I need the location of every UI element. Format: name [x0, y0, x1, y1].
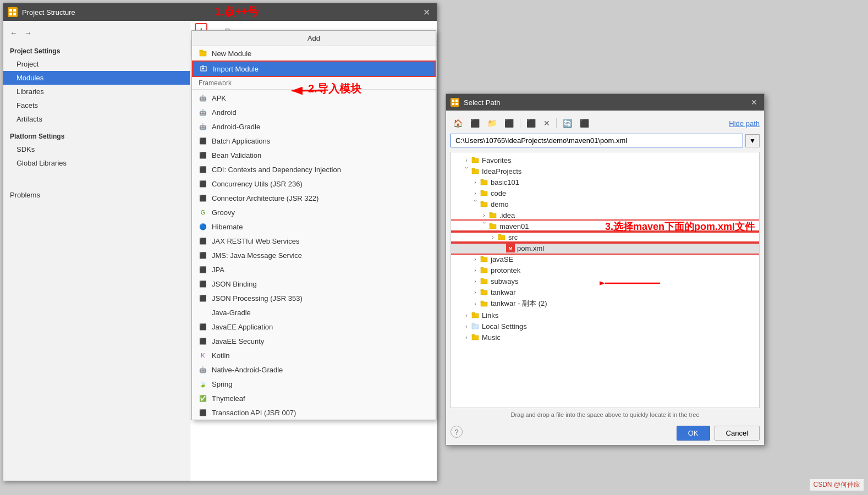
- new-folder-button[interactable]: 📁: [485, 117, 499, 129]
- path-dropdown-button[interactable]: ▼: [745, 134, 760, 147]
- desktop-button[interactable]: ⬛: [468, 117, 482, 129]
- nav-back-button[interactable]: ←: [8, 28, 20, 38]
- framework-cdi-item[interactable]: ⬛ CDI: Contexts and Dependency Injection: [192, 162, 436, 177]
- folder-links-icon: [471, 311, 480, 320]
- new-module-menu-item[interactable]: New Module: [192, 46, 436, 61]
- folder-local-settings-icon: [471, 322, 480, 331]
- json-binding-label: JSON Binding: [212, 280, 257, 288]
- sidebar-item-global-libraries[interactable]: Global Libraries: [3, 156, 190, 170]
- expand-tankwar-copy-icon[interactable]: ›: [471, 301, 480, 307]
- tree-item-music[interactable]: › Music: [451, 332, 759, 343]
- framework-android-gradle-item[interactable]: 🤖 Android-Gradle: [192, 119, 436, 134]
- cdi-label: CDI: Contexts and Dependency Injection: [212, 166, 341, 174]
- path-input[interactable]: [451, 134, 743, 147]
- framework-json-processing-item[interactable]: ⬛ JSON Processing (JSR 353): [192, 291, 436, 305]
- sidebar: ← → Project Settings Project Modules Lib…: [3, 21, 190, 481]
- tree-item-idea[interactable]: › .idea: [451, 210, 759, 221]
- code-label: code: [491, 189, 506, 197]
- tankwar-label: tankwar: [491, 288, 516, 296]
- framework-spring-item[interactable]: 🍃 Spring: [192, 377, 436, 391]
- ok-button[interactable]: OK: [677, 426, 710, 441]
- framework-javaee-security-item[interactable]: ⬛ JavaEE Security: [192, 334, 436, 348]
- dialog-close-button[interactable]: ✕: [749, 98, 760, 107]
- expand-javase-icon[interactable]: ›: [471, 256, 480, 262]
- svg-rect-37: [481, 289, 484, 291]
- basic101-label: basic101: [491, 178, 519, 186]
- framework-bean-item[interactable]: ⬛ Bean Validation: [192, 148, 436, 162]
- collapse-all-button[interactable]: ⬛: [524, 117, 539, 129]
- framework-jms-item[interactable]: ⬛ JMS: Java Message Service: [192, 248, 436, 262]
- sidebar-item-modules[interactable]: Modules: [3, 71, 190, 85]
- javase-label: javaSE: [491, 255, 513, 263]
- framework-batch-item[interactable]: ⬛ Batch Applications: [192, 134, 436, 148]
- tree-item-basic101[interactable]: › basic101: [451, 177, 759, 188]
- expand-src-icon[interactable]: ›: [488, 234, 497, 240]
- favorites-label: Favorites: [482, 156, 511, 164]
- show-hidden-button[interactable]: ⬛: [577, 117, 592, 129]
- sidebar-item-sdks[interactable]: SDKs: [3, 142, 190, 156]
- tree-item-favorites[interactable]: › Favorites: [451, 155, 759, 166]
- folder-favorites-icon: [471, 156, 480, 164]
- tree-item-code[interactable]: › code: [451, 188, 759, 199]
- framework-concurrency-item[interactable]: ⬛ Concurrency Utils (JSR 236): [192, 177, 436, 191]
- expand-maven01-icon[interactable]: ›: [481, 222, 487, 230]
- framework-java-gradle-item[interactable]: Java-Gradle: [192, 305, 436, 320]
- expand-local-settings-icon[interactable]: ›: [462, 323, 471, 329]
- expand-code-icon[interactable]: ›: [471, 190, 480, 196]
- framework-kotlin-item[interactable]: K Kotlin: [192, 348, 436, 362]
- refresh-button[interactable]: 🔄: [560, 117, 575, 129]
- sidebar-item-project[interactable]: Project: [3, 57, 190, 71]
- sidebar-item-libraries[interactable]: Libraries: [3, 85, 190, 98]
- dialog-icon: [451, 98, 459, 107]
- framework-transaction-item[interactable]: ⬛ Transaction API (JSR 007): [192, 405, 436, 420]
- delete-button[interactable]: ✕: [541, 117, 553, 129]
- dialog-toolbar: 🏠 ⬛ 📁 ⬛ ⬛ ✕ 🔄 ⬛ Hide path: [451, 115, 760, 134]
- transaction-label: Transaction API (JSR 007): [212, 409, 296, 417]
- apk-label: APK: [212, 94, 226, 102]
- tree-item-tankwar-copy[interactable]: › tankwar - 副本 (2): [451, 298, 759, 310]
- toolbar-separator-2: [556, 118, 557, 128]
- hide-path-button[interactable]: Hide path: [729, 119, 760, 128]
- spring-icon: 🍃: [199, 380, 207, 388]
- import-module-menu-item[interactable]: Import Module: [192, 61, 436, 77]
- framework-jpa-item[interactable]: ⬛ JPA: [192, 262, 436, 277]
- home-button[interactable]: 🏠: [451, 117, 465, 129]
- cancel-button[interactable]: Cancel: [715, 426, 760, 441]
- nav-forward-button[interactable]: →: [22, 28, 34, 38]
- sidebar-item-problems[interactable]: Problems: [3, 186, 190, 204]
- sidebar-item-facets[interactable]: Facets: [3, 98, 190, 112]
- framework-hibernate-item[interactable]: 🔵 Hibernate: [192, 219, 436, 234]
- expand-idea-icon[interactable]: ›: [480, 212, 488, 218]
- framework-native-android-item[interactable]: 🤖 Native-Android-Gradle: [192, 362, 436, 377]
- window-close-button[interactable]: ✕: [421, 7, 432, 18]
- expand-tankwar-icon[interactable]: ›: [471, 289, 480, 295]
- expand-button[interactable]: ⬛: [502, 117, 517, 129]
- tree-item-src[interactable]: › src: [451, 232, 759, 243]
- expand-links-icon[interactable]: ›: [462, 312, 471, 318]
- tree-item-links[interactable]: › Links: [451, 310, 759, 321]
- tree-item-demo[interactable]: › demo: [451, 199, 759, 210]
- framework-json-binding-item[interactable]: ⬛ JSON Binding: [192, 277, 436, 291]
- expand-ideaprojects-icon[interactable]: ›: [464, 167, 470, 175]
- tree-item-pom-xml[interactable]: M pom.xml: [451, 243, 759, 254]
- toolbar-separator-1: [520, 118, 520, 128]
- expand-demo-icon[interactable]: ›: [473, 200, 479, 208]
- expand-basic101-icon[interactable]: ›: [471, 179, 480, 185]
- expand-music-icon[interactable]: ›: [462, 334, 471, 340]
- thymeleaf-label: Thymeleaf: [212, 394, 245, 403]
- framework-thymeleaf-item[interactable]: ✅ Thymeleaf: [192, 391, 436, 405]
- framework-connector-item[interactable]: ⬛ Connector Architecture (JSR 322): [192, 191, 436, 205]
- src-label: src: [508, 233, 518, 241]
- expand-subways-icon[interactable]: ›: [471, 278, 480, 284]
- expand-favorites-icon[interactable]: ›: [462, 157, 471, 163]
- framework-javaee-app-item[interactable]: ⬛ JavaEE Application: [192, 320, 436, 334]
- dialog-help-button[interactable]: ?: [451, 426, 463, 438]
- framework-groovy-item[interactable]: G Groovy: [192, 205, 436, 219]
- tree-item-local-settings[interactable]: › Local Settings: [451, 321, 759, 332]
- expand-protontek-icon[interactable]: ›: [471, 267, 480, 273]
- framework-jax-item[interactable]: ⬛ JAX RESTful Web Services: [192, 234, 436, 248]
- pom-xml-label: pom.xml: [517, 244, 544, 252]
- tree-item-ideaprojects[interactable]: › IdeaProjects: [451, 166, 759, 177]
- tree-item-javase[interactable]: › javaSE: [451, 254, 759, 265]
- sidebar-item-artifacts[interactable]: Artifacts: [3, 112, 190, 126]
